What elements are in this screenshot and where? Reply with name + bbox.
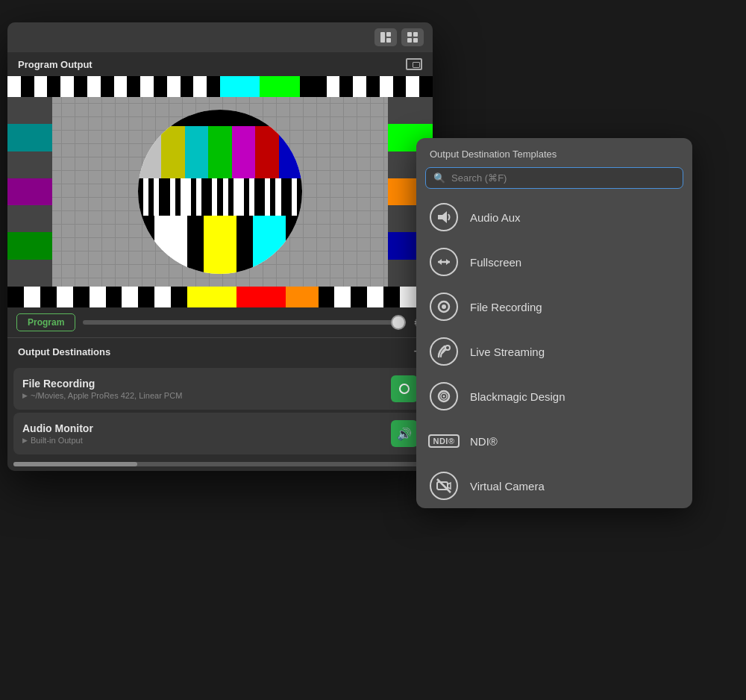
template-item-audio-aux[interactable]: Audio Aux [416,195,692,240]
svg-line-20 [437,479,451,493]
volume-slider-row [7,457,433,471]
fullscreen-label: Fullscreen [470,256,521,269]
ndi-label: NDI® [470,435,498,448]
search-input[interactable] [451,172,675,184]
output-destinations-title: Output Destinations [18,346,110,357]
panel-title: Output Destination Templates [416,138,692,167]
layout-btn-1[interactable] [374,28,397,46]
program-volume-slider[interactable] [83,320,406,325]
play-icon: ▶ [22,392,28,399]
live-streaming-icon [430,337,458,366]
svg-rect-4 [413,32,418,37]
template-item-ndi[interactable]: NDI® NDI® [416,419,692,463]
volume-fill [13,462,137,466]
color-bars-bottom [7,287,433,307]
svg-rect-2 [386,38,391,43]
svg-rect-6 [413,38,418,43]
file-recording-info: File Recording ▶ ~/Movies, Apple ProRes … [22,378,391,400]
template-item-live-streaming[interactable]: Live Streaming [416,329,692,374]
search-box[interactable]: 🔍 [425,167,683,189]
pip-icon[interactable] [406,58,422,70]
search-icon: 🔍 [433,172,445,184]
blackmagic-icon [430,382,458,410]
template-item-file-recording[interactable]: File Recording [416,284,692,329]
svg-marker-19 [448,483,451,489]
svg-point-17 [443,396,445,398]
audio-monitor-button[interactable]: 🔊 [391,420,418,447]
program-output-header: Program Output [7,52,433,76]
svg-marker-9 [438,259,442,265]
audio-aux-icon [430,203,458,231]
template-item-fullscreen[interactable]: Fullscreen [416,240,692,284]
app-window: Program Output [7,22,433,471]
ndi-icon: NDI® [430,427,458,455]
file-recording-button[interactable] [391,375,418,402]
template-item-virtual-camera[interactable]: Virtual Camera [416,463,692,508]
play-icon-2: ▶ [22,437,28,444]
record-indicator [399,384,410,394]
svg-rect-0 [380,32,385,43]
audio-monitor-title: Audio Monitor [22,422,391,434]
color-bars-top [7,76,433,97]
virtual-camera-icon [430,472,458,500]
test-card [7,76,433,307]
audio-aux-label: Audio Aux [470,211,521,224]
svg-rect-1 [386,32,391,37]
program-button[interactable]: Program [16,313,75,331]
file-recording-icon [430,293,458,321]
audio-monitor-item[interactable]: Audio Monitor ▶ Built-in Output 🔊 [13,413,427,454]
live-streaming-label: Live Streaming [470,346,545,358]
blackmagic-label: Blackmagic Design [470,390,565,403]
side-colors-left [7,97,52,287]
title-bar [7,22,433,52]
svg-marker-7 [438,211,447,223]
audio-monitor-subtitle: ▶ Built-in Output [22,436,391,445]
output-destinations-header: Output Destinations + [7,337,433,365]
speaker-icon: 🔊 [397,427,412,441]
output-templates-panel: Output Destination Templates 🔍 Audio Aux… [416,138,692,508]
test-circle [138,110,302,274]
program-controls: Program ⚙ [7,307,433,337]
audio-monitor-info: Audio Monitor ▶ Built-in Output [22,422,391,445]
fullscreen-icon [430,248,458,276]
svg-rect-5 [407,38,412,43]
volume-track[interactable] [13,462,427,466]
file-recording-item[interactable]: File Recording ▶ ~/Movies, Apple ProRes … [13,368,427,410]
file-recording-template-label: File Recording [470,301,542,313]
file-recording-subtitle: ▶ ~/Movies, Apple ProRes 422, Linear PCM [22,391,391,400]
virtual-camera-label: Virtual Camera [470,480,545,493]
video-area [7,76,433,307]
program-output-title: Program Output [18,59,93,70]
ndi-badge: NDI® [428,434,459,448]
file-recording-title: File Recording [22,378,391,390]
template-item-blackmagic[interactable]: Blackmagic Design [416,374,692,419]
svg-rect-3 [407,32,412,37]
layout-btn-2[interactable] [401,28,424,46]
slider-thumb [391,315,406,330]
svg-point-12 [442,304,446,309]
svg-marker-10 [446,259,450,265]
